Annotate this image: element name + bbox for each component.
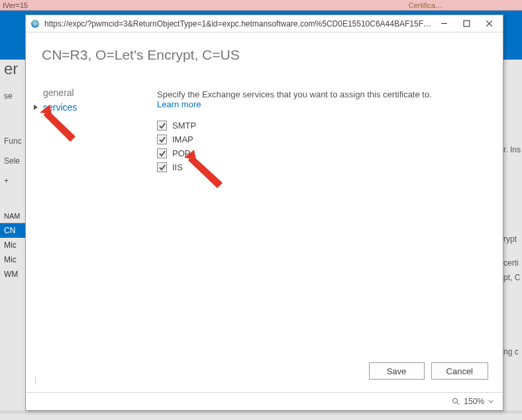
parent-panel-heading: er xyxy=(0,60,22,78)
statusbar-left-divider xyxy=(35,377,36,385)
statusbar-separator xyxy=(26,392,503,393)
caret-down-icon xyxy=(488,399,494,404)
svg-rect-1 xyxy=(464,21,470,26)
checkbox-label: IIS xyxy=(172,162,183,172)
table-header: NAM xyxy=(0,209,25,223)
right-text: ng c xyxy=(503,344,522,359)
svg-point-2 xyxy=(453,399,458,403)
right-text: r. Ins xyxy=(503,142,522,157)
service-row-smtp: SMTP xyxy=(157,119,487,132)
certificate-badge: Certifica… xyxy=(409,0,443,11)
ie-icon xyxy=(30,19,40,29)
checkbox-smtp[interactable] xyxy=(157,121,167,131)
dialog-button-row: Save Cancel xyxy=(26,362,488,380)
save-button[interactable]: Save xyxy=(369,362,425,380)
dialog-content: Specify the Exchange services that you w… xyxy=(157,89,487,174)
parent-right-column: rypt certi pt, C ng c xyxy=(503,232,522,359)
service-row-iis: IIS xyxy=(157,160,487,174)
dialog-nav: general services xyxy=(38,85,77,115)
parent-left-column: se Func Sele + xyxy=(0,86,25,191)
checkbox-label: POP xyxy=(172,148,190,158)
zoom-indicator[interactable]: 150% xyxy=(452,397,494,406)
right-text: rypt xyxy=(503,232,522,246)
left-text: Func xyxy=(0,131,25,151)
close-button[interactable] xyxy=(478,16,500,32)
checkbox-label: SMTP xyxy=(172,121,196,131)
parent-url-bar: tVer=15 Certifica… xyxy=(0,0,522,11)
right-text: certi xyxy=(503,256,522,270)
parent-table: NAM CN Mic Mic WM xyxy=(0,209,25,282)
maximize-button[interactable] xyxy=(455,16,478,32)
table-row[interactable]: Mic xyxy=(0,252,25,267)
left-text: Sele xyxy=(0,151,25,171)
magnifier-icon xyxy=(452,397,460,405)
checkbox-label: IMAP xyxy=(172,134,193,144)
table-row[interactable]: CN xyxy=(0,223,25,238)
nav-services[interactable]: services xyxy=(38,100,77,115)
table-row[interactable]: WM xyxy=(0,267,25,282)
service-checkbox-list: SMTP IMAP POP IIS xyxy=(157,119,487,174)
left-text: se xyxy=(0,86,25,106)
learn-more-link[interactable]: Learn more xyxy=(157,99,201,109)
add-icon[interactable]: + xyxy=(0,171,25,191)
checkbox-iis[interactable] xyxy=(157,162,167,172)
checkbox-imap[interactable] xyxy=(157,134,167,144)
dialog-body: CN=R3, O=Let's Encrypt, C=US general ser… xyxy=(26,32,503,410)
hint-text: Specify the Exchange services that you w… xyxy=(157,89,448,109)
window-url: https://expc/?pwmcid=3&ReturnObjectType=… xyxy=(44,19,433,28)
nav-general[interactable]: general xyxy=(38,85,77,100)
hint-prefix: Specify the Exchange services that you w… xyxy=(157,89,432,99)
window-titlebar: https://expc/?pwmcid=3&ReturnObjectType=… xyxy=(26,15,503,32)
checkbox-pop[interactable] xyxy=(157,148,167,158)
minimize-button[interactable] xyxy=(433,16,455,32)
right-text: pt, C xyxy=(503,270,522,285)
zoom-value: 150% xyxy=(464,397,484,406)
service-row-pop: POP xyxy=(157,146,487,160)
cancel-button[interactable]: Cancel xyxy=(431,362,488,380)
certificate-dialog: https://expc/?pwmcid=3&ReturnObjectType=… xyxy=(25,15,503,411)
parent-bottom-shadow xyxy=(0,411,522,415)
parent-url-fragment: tVer=15 xyxy=(3,1,28,9)
service-row-imap: IMAP xyxy=(157,132,487,146)
parent-right-column: r. Ins xyxy=(503,142,522,157)
certificate-cn-title: CN=R3, O=Let's Encrypt, C=US xyxy=(42,47,240,63)
table-row[interactable]: Mic xyxy=(0,238,25,252)
